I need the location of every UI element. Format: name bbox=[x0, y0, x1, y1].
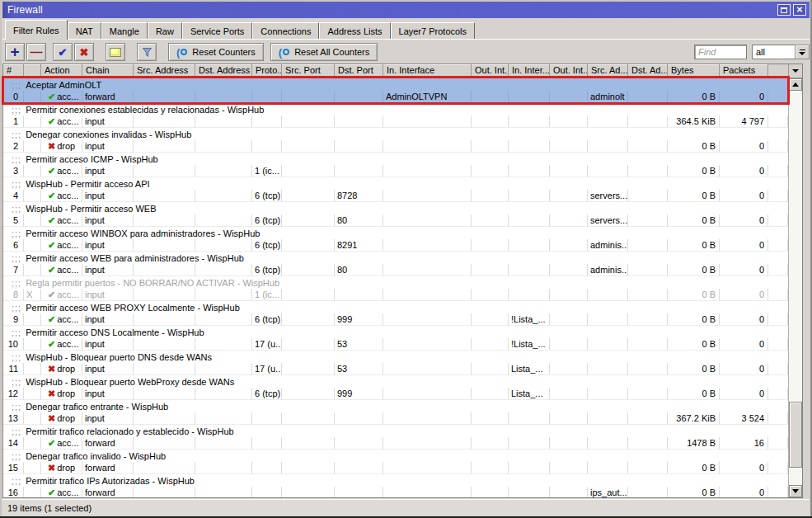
find-input[interactable] bbox=[694, 45, 747, 59]
enable-rule-button[interactable]: ✔ bbox=[53, 43, 73, 61]
comment-row[interactable]: ;;;WispHub - Permitir acceso WEB bbox=[3, 202, 788, 214]
tab-nat[interactable]: NAT bbox=[68, 22, 101, 39]
cell-dst-addr bbox=[195, 412, 252, 425]
comment-prefix: ;;; bbox=[12, 327, 21, 337]
comment-row[interactable]: ;;;Permitir acceso DNS Localmente - Wisp… bbox=[3, 326, 788, 338]
reset-counters-button[interactable]: ( Reset Counters bbox=[168, 43, 264, 61]
reset-all-counters-button[interactable]: ( Reset All Counters bbox=[270, 43, 378, 61]
column-header[interactable]: Dst. Address bbox=[195, 64, 252, 78]
tab-filter-rules[interactable]: Filter Rules bbox=[5, 20, 68, 40]
rule-row[interactable]: 10✔acc...input17 (u...53!Lista_...0 B0 bbox=[3, 338, 788, 351]
rule-row[interactable]: 7✔acc...input6 (tcp)80adminis...0 B0 bbox=[3, 264, 788, 276]
rule-row[interactable]: 4✔acc...input6 (tcp)8728servers...0 B0 bbox=[3, 190, 788, 202]
action-label: acc... bbox=[57, 240, 78, 251]
rule-row[interactable]: 5✔acc...input6 (tcp)80servers...0 B0 bbox=[3, 214, 788, 227]
rule-row[interactable]: 12✖dropinput6 (tcp)999Lista_...0 B0 bbox=[3, 388, 788, 400]
comment-row[interactable]: ;;;Aceptar AdminOLT bbox=[3, 78, 788, 91]
tab-address-lists[interactable]: Address Lists bbox=[319, 22, 390, 39]
column-header[interactable]: Action bbox=[41, 64, 82, 78]
cell-in-interface bbox=[383, 388, 472, 400]
rule-row[interactable]: 9✔acc...input6 (tcp)999!Lista_...0 B0 bbox=[3, 313, 788, 326]
rule-row[interactable]: 14✔acc...forward1478 B16 bbox=[3, 437, 788, 450]
comment-row[interactable]: ;;;WispHub - Permitir acceso API bbox=[3, 177, 788, 190]
cell-src-port bbox=[282, 289, 335, 301]
rule-row[interactable]: 15✖dropforward0 B0 bbox=[3, 462, 788, 474]
filter-button[interactable] bbox=[137, 43, 157, 61]
rule-row[interactable]: 6✔acc...input6 (tcp)8291adminis...0 B0 bbox=[3, 239, 788, 252]
column-header[interactable]: Proto... bbox=[252, 64, 282, 78]
comment-row[interactable]: ;;;Denegar trafico invalido - WispHub bbox=[3, 450, 788, 462]
rule-row[interactable]: 2✖dropinput0 B0 bbox=[3, 140, 788, 153]
column-header[interactable]: Chain bbox=[82, 64, 134, 78]
tab-layer7-protocols[interactable]: Layer7 Protocols bbox=[391, 22, 476, 39]
scrollbar-down-button[interactable] bbox=[789, 485, 802, 497]
column-header[interactable]: Src. Ad... bbox=[588, 64, 628, 78]
comment-row[interactable]: ;;;Denegar trafico entrante - WispHub bbox=[3, 400, 788, 412]
cell-dst-list bbox=[628, 190, 668, 202]
column-header[interactable]: # bbox=[3, 64, 24, 78]
cell-src-port bbox=[282, 437, 335, 450]
column-header[interactable]: Packets bbox=[720, 64, 768, 78]
vertical-scrollbar[interactable] bbox=[788, 78, 802, 497]
filter-dropdown-button[interactable] bbox=[795, 45, 810, 59]
add-rule-button[interactable]: + bbox=[5, 43, 25, 61]
tab-connections[interactable]: Connections bbox=[252, 22, 319, 39]
cell-spacer bbox=[768, 140, 788, 153]
comment-row[interactable]: ;;;Denegar conexiones invalidas - WispHu… bbox=[3, 128, 788, 140]
tab-mangle[interactable]: Mangle bbox=[101, 22, 148, 39]
column-header[interactable]: In. Interface bbox=[383, 64, 472, 78]
accept-icon: ✔ bbox=[48, 216, 55, 225]
comment-row[interactable]: ;;;Permitir acceso WEB para administrado… bbox=[3, 252, 788, 264]
maximize-button[interactable] bbox=[777, 4, 791, 16]
comment-row[interactable]: ;;;WispHub - Bloquear puerto WebProxy de… bbox=[3, 375, 788, 388]
column-header[interactable]: Dst. Ad... bbox=[628, 64, 668, 78]
column-header[interactable]: Dst. Port bbox=[335, 64, 383, 78]
disable-rule-button[interactable]: ✖ bbox=[74, 43, 94, 61]
action-label: acc... bbox=[57, 215, 78, 226]
comment-prefix: ;;; bbox=[12, 80, 21, 90]
comment-row[interactable]: ;;;Permitir acceso WEB PROXY Localmente … bbox=[3, 301, 788, 313]
tab-raw[interactable]: Raw bbox=[148, 22, 182, 39]
comment-row[interactable]: ;;;Permitir trafico relacionado y establ… bbox=[3, 425, 788, 437]
column-header[interactable]: Bytes bbox=[668, 64, 720, 78]
cell-out-int bbox=[472, 462, 509, 474]
rule-row[interactable]: 16✔acc...forwardips_aut...0 B0 bbox=[3, 487, 788, 497]
rule-row[interactable]: 11✖dropinput17 (u...53Lista_...0 B0 bbox=[3, 363, 788, 375]
close-button[interactable]: ✕ bbox=[793, 4, 806, 16]
cell-dst-addr bbox=[195, 264, 252, 276]
column-header[interactable]: Out. Int... bbox=[472, 64, 509, 78]
column-header[interactable]: Src. Address bbox=[134, 64, 195, 78]
table-header: #ActionChainSrc. AddressDst. AddressProt… bbox=[3, 64, 802, 78]
column-header[interactable] bbox=[24, 64, 41, 78]
cell-proto bbox=[252, 140, 282, 153]
rule-row[interactable]: 3✔acc...input1 (ic...0 B0 bbox=[3, 165, 788, 177]
tab-service-ports[interactable]: Service Ports bbox=[182, 22, 252, 39]
column-header[interactable]: Src. Port bbox=[282, 64, 335, 78]
comment-row[interactable]: ;;;Permitir conexiones establecidas y re… bbox=[3, 103, 788, 115]
comment-button[interactable] bbox=[106, 43, 125, 61]
cell-in-interface bbox=[383, 412, 472, 425]
cell-src-addr bbox=[134, 289, 195, 301]
cell-dst-port bbox=[335, 462, 383, 474]
rule-row[interactable]: 1✔acc...input364.5 KiB4 797 bbox=[3, 115, 788, 128]
comment-row[interactable]: ;;;Regla permitir puertos - NO BORRAR/NO… bbox=[3, 276, 788, 289]
filter-dropdown[interactable]: all bbox=[752, 45, 810, 59]
title-bar[interactable]: Firewall ✕ bbox=[2, 2, 810, 18]
comment-row[interactable]: ;;;Permitir trafico IPs Autorizadas - Wi… bbox=[3, 474, 788, 487]
cell-out-list bbox=[550, 388, 588, 400]
comment-row[interactable]: ;;;Permitir acceso ICMP - WispHub bbox=[3, 153, 788, 165]
cell-proto bbox=[252, 462, 282, 474]
column-chooser-button[interactable] bbox=[788, 64, 802, 78]
column-header[interactable]: In. Inter... bbox=[509, 64, 550, 78]
rule-row[interactable]: 13✖dropinput367.2 KiB3 524 bbox=[3, 412, 788, 425]
column-header[interactable]: Out. Int... bbox=[550, 64, 588, 78]
comment-row[interactable]: ;;;Permitir acceso WINBOX para administr… bbox=[3, 227, 788, 239]
remove-rule-button[interactable]: — bbox=[26, 43, 46, 61]
scrollbar-thumb[interactable] bbox=[789, 402, 802, 468]
comment-row[interactable]: ;;;WispHub - Bloquear puerto DNS desde W… bbox=[3, 351, 788, 363]
cell-chain: forward bbox=[82, 487, 134, 497]
rule-row[interactable]: 0✔acc...forwardAdminOLTVPNadminolt0 B0 bbox=[3, 91, 788, 103]
action-label: drop bbox=[57, 388, 75, 399]
rule-row[interactable]: 8X✔acc...input1 (ic...0 B0 bbox=[3, 289, 788, 301]
scrollbar-up-button[interactable] bbox=[789, 78, 802, 91]
